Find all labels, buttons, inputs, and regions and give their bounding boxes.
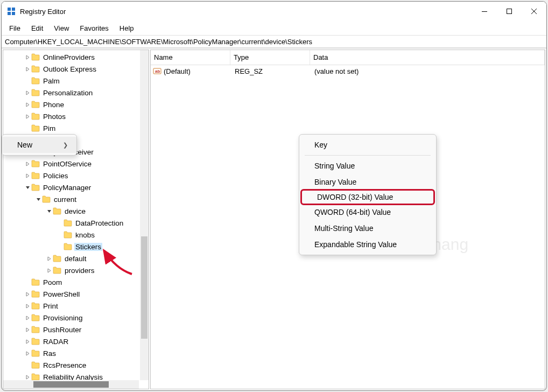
svg-rect-4 (482, 11, 487, 12)
context-submenu-new: Key String Value Binary Value DWORD (32-… (299, 134, 437, 255)
tree-hscrollbar[interactable] (3, 380, 139, 389)
menu-favorites[interactable]: Favorites (74, 22, 114, 34)
tree-node[interactable]: Photos (3, 110, 146, 122)
tree-node-label: Palm (42, 77, 61, 85)
close-icon (531, 9, 537, 14)
ctx-expandable-string-value[interactable]: Expandable String Value (299, 236, 436, 253)
tree-node[interactable]: Ras (3, 347, 146, 359)
tree-node[interactable]: PointOfService (3, 158, 146, 170)
collapse-icon[interactable] (24, 184, 31, 191)
ctx-new-label: New (17, 141, 32, 149)
expand-icon[interactable] (45, 255, 53, 262)
tree-panel: OnlineProvidersOutlook ExpressPalmPerson… (3, 50, 149, 389)
ctx-qword-value[interactable]: QWORD (64-bit) Value (299, 204, 436, 220)
tree-node-label: device (64, 207, 87, 215)
tree-node[interactable]: Pim (3, 122, 146, 134)
tree-node[interactable]: PushRouter (3, 324, 146, 335)
expand-icon[interactable] (24, 65, 31, 73)
expand-icon[interactable] (24, 290, 31, 298)
column-type[interactable]: Type (230, 50, 310, 65)
tree-node-label: PointOfService (42, 160, 93, 168)
expand-icon[interactable] (45, 267, 53, 274)
ctx-multi-string-value[interactable]: Multi-String Value (299, 220, 436, 236)
expand-icon[interactable] (24, 349, 31, 357)
folder-icon (31, 53, 40, 61)
tree-node-label: PowerShell (42, 290, 81, 298)
tree-node[interactable]: Policies (3, 170, 146, 181)
folder-icon (53, 207, 61, 215)
collapse-icon[interactable] (45, 207, 53, 215)
tree-node[interactable]: Stickers (3, 241, 146, 253)
menu-edit[interactable]: Edit (26, 22, 48, 34)
tree-node-label: knobs (74, 231, 96, 239)
menu-view[interactable]: View (48, 22, 74, 34)
tree-node[interactable]: knobs (3, 229, 146, 241)
tree-node-label: DataProtection (74, 219, 124, 227)
expand-icon[interactable] (24, 89, 31, 96)
menu-help[interactable]: Help (114, 22, 139, 34)
tree-node-label: Provisioning (42, 314, 84, 322)
ctx-binary-value[interactable]: Binary Value (299, 174, 436, 190)
expand-icon[interactable] (24, 101, 31, 108)
maximize-button[interactable] (497, 2, 522, 21)
tree-node[interactable]: Palm (3, 75, 146, 87)
tree-node[interactable]: PowerShell (3, 288, 146, 300)
close-button[interactable] (522, 2, 546, 21)
expand-icon[interactable] (24, 338, 31, 345)
ctx-string-value[interactable]: String Value (299, 158, 436, 174)
tree-node[interactable]: default (3, 253, 146, 264)
minimize-button[interactable] (472, 2, 497, 21)
ctx-key[interactable]: Key (299, 137, 436, 153)
tree-node[interactable]: Provisioning (3, 312, 146, 324)
menu-file[interactable]: File (4, 22, 26, 34)
tree-node[interactable]: RcsPresence (3, 359, 146, 371)
expand-icon[interactable] (24, 113, 31, 120)
ctx-dword-label: DWORD (32-bit) Value (317, 193, 393, 201)
expand-icon[interactable] (24, 302, 31, 310)
folder-icon (31, 326, 40, 333)
expand-icon[interactable] (24, 172, 31, 179)
column-data[interactable]: Data (310, 50, 545, 65)
tree-node[interactable]: providers (3, 264, 146, 276)
tree-node-label: RcsPresence (42, 361, 87, 369)
tree-node[interactable]: Personalization (3, 87, 146, 99)
svg-rect-2 (8, 12, 11, 15)
ctx-dword-value[interactable]: DWORD (32-bit) Value (300, 189, 435, 205)
address-bar[interactable]: Computer\HKEY_LOCAL_MACHINE\SOFTWARE\Mic… (2, 35, 546, 48)
tree-node[interactable]: device (3, 205, 146, 217)
tree-hscroll-thumb[interactable] (33, 381, 109, 388)
ctx-string-label: String Value (314, 162, 355, 170)
ctx-new[interactable]: New ❯ (2, 137, 76, 153)
ctx-key-label: Key (314, 141, 327, 149)
tree-node-label: Pim (42, 124, 57, 132)
tree-vscroll-thumb[interactable] (141, 236, 147, 339)
list-row[interactable]: ab (Default) REG_SZ (value not set) (151, 65, 545, 77)
collapse-icon[interactable] (34, 195, 42, 203)
folder-icon (31, 124, 40, 132)
maximize-icon (507, 9, 512, 14)
column-name[interactable]: Name (151, 50, 230, 65)
tree-node[interactable]: current (3, 193, 146, 205)
string-value-icon: ab (153, 67, 161, 75)
expand-icon[interactable] (24, 53, 31, 61)
tree-node-label: Personalization (42, 89, 94, 97)
tree-node[interactable]: RADAR (3, 335, 146, 347)
submenu-arrow-icon: ❯ (63, 142, 68, 149)
tree-node[interactable]: PolicyManager (3, 181, 146, 193)
expand-icon[interactable] (24, 160, 31, 167)
tree-node[interactable]: DataProtection (3, 217, 146, 229)
expand-icon[interactable] (24, 314, 31, 321)
tree-node[interactable]: Phone (3, 99, 146, 110)
svg-rect-5 (507, 9, 512, 14)
svg-rect-3 (12, 12, 15, 15)
tree-node[interactable]: Outlook Express (3, 63, 146, 75)
tree-node[interactable]: OnlineProviders (3, 51, 146, 63)
tree-node[interactable]: Poom (3, 276, 146, 288)
app-window: Registry Editor File Edit View Favorites… (1, 1, 547, 391)
tree-node[interactable]: Print (3, 300, 146, 312)
tree-scroll[interactable]: OnlineProvidersOutlook ExpressPalmPerson… (3, 50, 149, 389)
tree-vscrollbar[interactable] (140, 50, 149, 380)
value-name: (Default) (164, 67, 191, 75)
expand-icon[interactable] (24, 373, 31, 381)
expand-icon[interactable] (24, 326, 31, 333)
